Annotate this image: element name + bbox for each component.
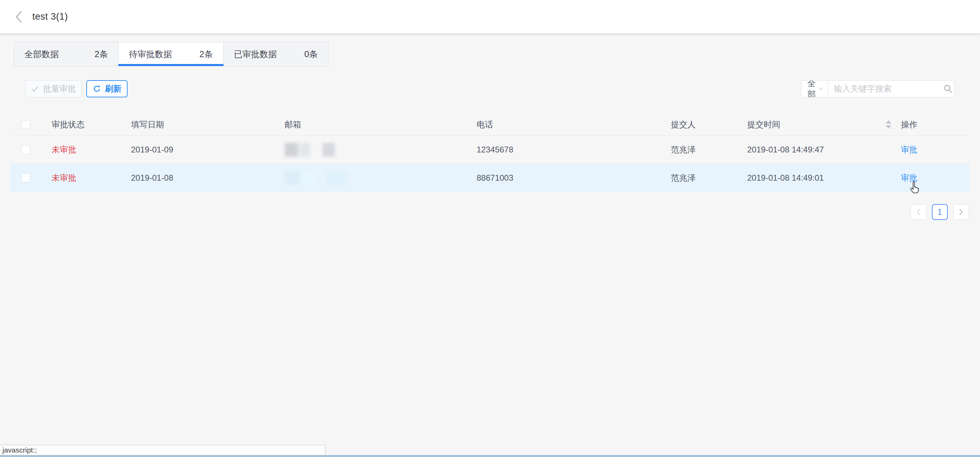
- sort-caret[interactable]: [886, 120, 891, 129]
- column-header-submit-time: 提交时间: [747, 119, 780, 130]
- chevron-right-icon: [958, 208, 964, 216]
- tab-pending-data[interactable]: 待审批数据 2条: [119, 42, 224, 66]
- tab-all-data[interactable]: 全部数据 2条: [14, 42, 119, 66]
- batch-approve-button[interactable]: 批量审批: [25, 80, 81, 97]
- phone: 88671003: [477, 173, 671, 183]
- column-header-action: 操作: [901, 119, 970, 130]
- submitter: 范兆泽: [671, 173, 747, 184]
- filter-select[interactable]: 全部: [801, 80, 828, 97]
- pagination: 1: [10, 204, 969, 220]
- pagination-prev-button[interactable]: [910, 204, 926, 220]
- batch-approve-label: 批量审批: [43, 83, 76, 94]
- tab-count: 0条: [304, 48, 318, 60]
- fill-date: 2019-01-08: [131, 173, 285, 183]
- tab-label: 待审批数据: [129, 48, 172, 60]
- tab-count: 2条: [199, 48, 213, 60]
- refresh-icon: [92, 84, 102, 93]
- browser-status-bar: javascript:;: [0, 445, 325, 455]
- search-group: 全部: [801, 80, 955, 97]
- approve-link[interactable]: 审批: [901, 144, 917, 155]
- table-row: 未审批 2019-01-08 88671003 范兆泽 2019-01-08 1…: [10, 164, 970, 192]
- table-row: 未审批 2019-01-09 12345678 范兆泽 2019-01-08 1…: [10, 136, 970, 164]
- column-header-phone: 电话: [477, 119, 671, 130]
- app-header: test 3(1): [0, 0, 980, 34]
- back-button[interactable]: [14, 10, 23, 24]
- chevron-left-icon: [14, 10, 23, 24]
- chevron-down-icon: [818, 86, 823, 91]
- pagination-page-1[interactable]: 1: [932, 204, 948, 220]
- redacted-email: [285, 171, 477, 185]
- column-header-submitter: 提交人: [671, 119, 747, 130]
- tab-label: 全部数据: [24, 48, 59, 60]
- submit-time: 2019-01-08 14:49:47: [747, 145, 901, 155]
- table-header-row: 审批状态 填写日期 邮箱 电话 提交人 提交时间 操作: [10, 113, 970, 136]
- search-input[interactable]: [834, 84, 940, 94]
- pagination-next-button[interactable]: [953, 204, 969, 220]
- data-tabs: 全部数据 2条 待审批数据 2条 已审批数据 0条: [14, 42, 970, 66]
- refresh-label: 刷新: [105, 83, 121, 94]
- main-content: 全部数据 2条 待审批数据 2条 已审批数据 0条 批量审批 刷新: [0, 42, 980, 220]
- select-all-checkbox[interactable]: [21, 120, 30, 129]
- redacted-email-blur: [285, 143, 335, 157]
- data-table: 审批状态 填写日期 邮箱 电话 提交人 提交时间 操作 未审批 2019-01-…: [10, 113, 970, 192]
- tab-count: 2条: [95, 48, 108, 60]
- status-badge: 未审批: [52, 173, 131, 184]
- tab-approved-data[interactable]: 已审批数据 0条: [224, 42, 328, 66]
- column-header-fill-date: 填写日期: [131, 119, 285, 130]
- status-badge: 未审批: [52, 144, 131, 155]
- refresh-button[interactable]: 刷新: [86, 80, 127, 97]
- search-input-wrap: [828, 84, 955, 94]
- redacted-email: [285, 143, 477, 157]
- column-header-status: 审批状态: [52, 119, 131, 130]
- row-checkbox[interactable]: [21, 145, 30, 154]
- approve-link[interactable]: 审批: [901, 173, 917, 184]
- submitter: 范兆泽: [671, 144, 747, 155]
- column-header-email: 邮箱: [285, 119, 477, 130]
- status-bar-text: javascript:;: [2, 446, 37, 454]
- search-icon[interactable]: [943, 84, 953, 94]
- redacted-email-blur: [285, 171, 347, 185]
- fill-date: 2019-01-09: [131, 145, 285, 155]
- submit-time: 2019-01-08 14:49:01: [747, 173, 901, 183]
- phone: 12345678: [477, 145, 671, 155]
- filter-select-value: 全部: [807, 80, 818, 97]
- page-title: test 3(1): [32, 11, 68, 22]
- check-icon: [30, 85, 39, 93]
- tab-label: 已审批数据: [234, 48, 277, 60]
- chevron-left-icon: [916, 208, 921, 216]
- toolbar: 批量审批 刷新 全部: [10, 80, 970, 97]
- row-checkbox[interactable]: [21, 173, 30, 182]
